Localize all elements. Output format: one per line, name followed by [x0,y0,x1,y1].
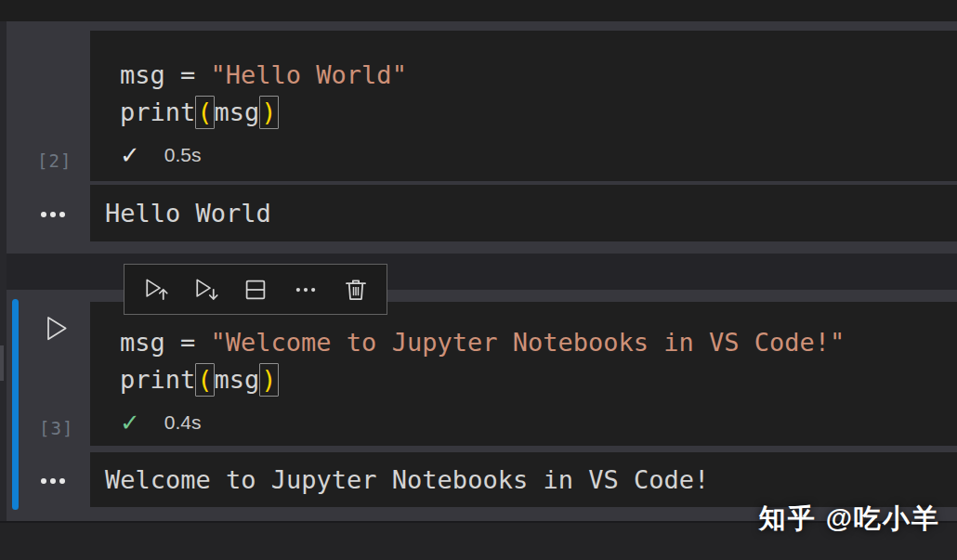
code-cell-2-code: msg = "Welcome to Jupyter Notebooks in V… [120,324,948,398]
code-cell-1-code: msg = "Hello World"print(msg) [120,57,948,131]
split-cell-button[interactable] [237,271,274,308]
cell-1-execution-count: [2] [37,150,72,171]
cell-2-output-more-actions-button[interactable] [41,478,65,484]
dot-icon [41,478,46,484]
success-check-icon: ✓ [120,410,140,435]
run-below-icon [191,276,219,304]
more-actions-button[interactable] [287,271,324,308]
dot-icon [50,212,56,217]
cell-1-duration: 0.5s [164,144,202,166]
dot-icon [50,478,56,484]
delete-cell-icon [342,276,370,304]
cell-1-output: Hello World [90,185,957,241]
cell-1-output-text: Hello World [90,199,271,228]
left-edge-strip [0,21,7,560]
more-actions-icon [292,276,320,304]
run-below-button[interactable] [187,271,224,308]
scrollbar-notch [0,345,4,381]
code-cell-2-editor[interactable]: msg = "Welcome to Jupyter Notebooks in V… [90,302,957,446]
cell-2-output-text: Welcome to Jupyter Notebooks in VS Code! [90,465,709,494]
run-above-icon [141,276,169,304]
dot-icon [59,478,65,484]
cell-2-status-row: ✓ 0.4s [120,405,948,440]
dot-icon [41,212,46,217]
selected-cell-indicator [12,299,19,510]
delete-cell-button[interactable] [337,271,374,308]
cell-2-output: Welcome to Jupyter Notebooks in VS Code! [90,452,957,507]
cell-2-execution-count: [3] [39,418,73,438]
cell-toolbar [124,264,387,315]
run-above-button[interactable] [137,271,174,308]
split-cell-icon [242,276,269,304]
cell-1-output-more-actions-button[interactable] [41,212,65,217]
cell-1-status-row: ✓ 0.5s [120,137,948,173]
run-cell-button[interactable] [41,313,71,345]
watermark: 知乎 @吃小羊 [759,501,940,538]
cell-2-duration: 0.4s [164,411,202,434]
dot-icon [59,212,65,217]
code-cell-1-editor[interactable]: msg = "Hello World"print(msg) ✓ 0.5s [90,31,957,181]
editor-top-bar [0,0,957,21]
success-check-icon: ✓ [120,143,140,167]
run-cell-icon [41,313,71,345]
